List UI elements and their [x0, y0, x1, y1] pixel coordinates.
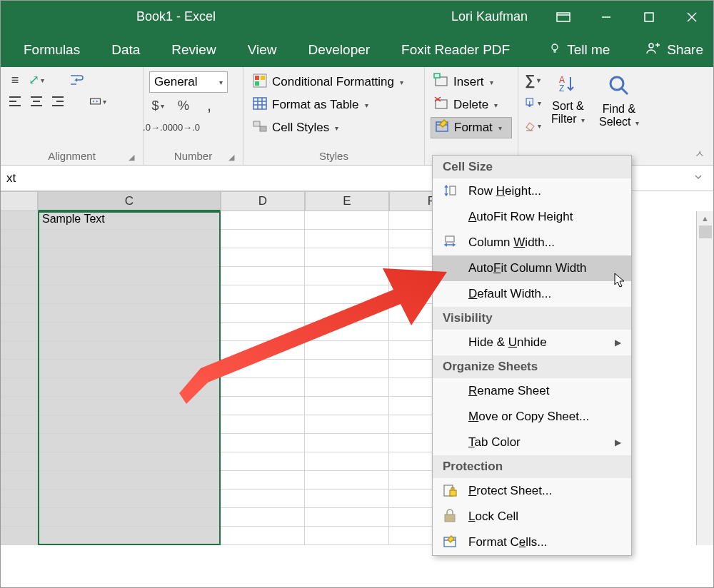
menu-item[interactable]: Format Cells... [433, 529, 631, 555]
tab-formulas[interactable]: Formulas [8, 33, 96, 67]
tab-review[interactable]: Review [156, 33, 231, 67]
align-right-icon[interactable] [49, 93, 66, 110]
cell[interactable] [38, 341, 221, 360]
cell[interactable] [38, 230, 221, 248]
cell[interactable] [221, 341, 305, 360]
number-format-combo[interactable]: General ▾ [149, 71, 228, 93]
cell[interactable] [305, 452, 389, 471]
menu-item[interactable]: Move or Copy Sheet... [433, 404, 631, 430]
cell[interactable] [305, 471, 389, 490]
cell[interactable] [305, 360, 389, 378]
cell-c1[interactable]: Sample Text [38, 211, 221, 230]
menu-item[interactable]: Lock Cell [433, 504, 631, 529]
cell[interactable] [221, 508, 305, 527]
tab-developer[interactable]: Developer [292, 33, 386, 67]
sort-filter-button[interactable]: AZ Sort &Filter ▾ [547, 71, 589, 128]
cell[interactable] [305, 527, 389, 545]
cell[interactable] [38, 527, 221, 545]
accounting-format-icon[interactable]: $ ▾ [149, 97, 166, 114]
cell[interactable] [38, 508, 221, 527]
cell[interactable] [221, 304, 305, 323]
conditional-formatting-button[interactable]: Conditional Formatting▾ [249, 71, 418, 93]
cell[interactable] [38, 452, 221, 471]
align-center-icon[interactable] [28, 93, 45, 110]
cell[interactable] [38, 248, 221, 267]
cell[interactable] [305, 378, 389, 397]
cell[interactable] [38, 415, 221, 434]
collapse-ribbon-button[interactable]: ㅅ [695, 148, 705, 161]
cell[interactable] [305, 415, 389, 434]
cell[interactable] [221, 248, 305, 267]
percent-format-icon[interactable]: % [175, 97, 192, 114]
scroll-up-icon[interactable]: ▲ [701, 214, 709, 223]
cell[interactable] [38, 471, 221, 490]
find-select-button[interactable]: Find &Select ▾ [595, 71, 643, 131]
merge-center-icon[interactable]: ▾ [89, 93, 106, 110]
fill-icon[interactable]: ▾ [524, 94, 541, 111]
menu-item[interactable]: Hide & Unhide▶ [433, 330, 631, 355]
cell[interactable] [221, 285, 305, 304]
cell[interactable] [221, 490, 305, 508]
maximize-button[interactable] [628, 1, 670, 33]
cell[interactable] [305, 434, 389, 452]
close-button[interactable] [670, 1, 713, 33]
menu-item[interactable]: AutoFit Row Height [433, 204, 631, 230]
minimize-button[interactable] [585, 1, 628, 33]
share-button[interactable]: Share [645, 41, 703, 59]
cell[interactable] [38, 304, 221, 323]
cell[interactable] [305, 285, 389, 304]
menu-item[interactable]: Row Height... [433, 178, 631, 204]
cell[interactable] [221, 415, 305, 434]
menu-item[interactable]: AutoFit Column Width [433, 255, 631, 281]
cell[interactable] [305, 323, 389, 341]
align-middle-icon[interactable]: ≡ [6, 71, 24, 88]
menu-item[interactable]: Column Width... [433, 230, 631, 255]
wrap-text-icon[interactable] [68, 71, 85, 88]
cell[interactable] [38, 323, 221, 341]
number-dialog-launcher[interactable]: ◢ [228, 153, 234, 162]
menu-item[interactable]: Protect Sheet... [433, 478, 631, 504]
cell[interactable] [221, 211, 305, 230]
delete-button[interactable]: Delete ▾ [431, 94, 512, 116]
cell[interactable] [221, 378, 305, 397]
clear-icon[interactable]: ▾ [524, 117, 541, 134]
cell[interactable] [221, 267, 305, 285]
tab-view[interactable]: View [232, 33, 293, 67]
scroll-thumb[interactable] [699, 225, 712, 238]
cell[interactable] [305, 211, 389, 230]
cell[interactable] [305, 508, 389, 527]
cell[interactable] [221, 230, 305, 248]
vertical-scrollbar[interactable]: ▲ [696, 211, 713, 545]
alignment-dialog-launcher[interactable]: ◢ [129, 153, 134, 162]
tell-me-search[interactable]: Tell me [533, 33, 625, 67]
column-header-C[interactable]: C [38, 191, 221, 211]
cell[interactable] [305, 490, 389, 508]
increase-decimal-icon[interactable]: .0→.00 [149, 118, 166, 136]
tab-data[interactable]: Data [96, 33, 156, 67]
cell[interactable] [38, 360, 221, 378]
orientation-icon[interactable]: ⤢▾ [28, 71, 45, 88]
decrease-decimal-icon[interactable]: .00→.0 [176, 118, 193, 136]
align-left-icon[interactable] [6, 93, 24, 110]
tab-foxit[interactable]: Foxit Reader PDF [386, 33, 526, 67]
cell[interactable] [305, 230, 389, 248]
cell[interactable] [38, 490, 221, 508]
column-header-D[interactable]: D [221, 191, 305, 211]
cell[interactable] [221, 397, 305, 415]
cell[interactable] [221, 434, 305, 452]
menu-item[interactable]: Tab Color▶ [433, 430, 631, 455]
cell[interactable] [305, 397, 389, 415]
cell-styles-button[interactable]: Cell Styles▾ [249, 117, 418, 138]
comma-format-icon[interactable]: , [201, 97, 218, 114]
formula-bar-expand-icon[interactable] [693, 171, 703, 186]
cell[interactable] [305, 341, 389, 360]
cell[interactable] [305, 248, 389, 267]
cell[interactable] [305, 267, 389, 285]
cell[interactable] [38, 267, 221, 285]
cell[interactable] [221, 527, 305, 545]
cell[interactable] [38, 285, 221, 304]
cell[interactable] [38, 378, 221, 397]
cell[interactable] [305, 304, 389, 323]
cell[interactable] [221, 323, 305, 341]
cell[interactable] [221, 452, 305, 471]
